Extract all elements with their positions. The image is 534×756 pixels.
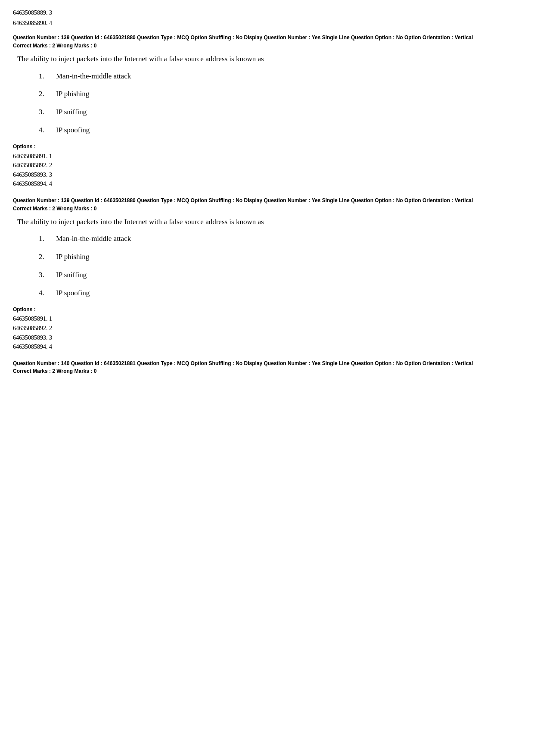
option-text-2-4: IP spoofing bbox=[56, 288, 90, 298]
option-item-2-2: 2. IP phishing bbox=[39, 252, 521, 262]
option-id-1-4: 64635085894. 4 bbox=[13, 180, 521, 188]
option-num-1-4: 4. bbox=[39, 125, 56, 135]
option-text-2-3: IP sniffing bbox=[56, 270, 87, 280]
option-text-2-1: Man-in-the-middle attack bbox=[56, 234, 131, 244]
option-item-2-3: 3. IP sniffing bbox=[39, 270, 521, 280]
option-id-2-4: 64635085894. 4 bbox=[13, 343, 521, 351]
option-num-2-1: 1. bbox=[39, 234, 56, 244]
option-text-2-2: IP phishing bbox=[56, 252, 89, 262]
pre-id-2: 64635085890. 4 bbox=[13, 19, 521, 28]
options-list-2: 1. Man-in-the-middle attack 2. IP phishi… bbox=[39, 234, 521, 298]
option-num-1-2: 2. bbox=[39, 89, 56, 99]
marks-line-1: Correct Marks : 2 Wrong Marks : 0 bbox=[13, 42, 521, 50]
option-item-1-2: 2. IP phishing bbox=[39, 89, 521, 99]
option-item-1-1: 1. Man-in-the-middle attack bbox=[39, 71, 521, 81]
option-text-1-3: IP sniffing bbox=[56, 107, 87, 117]
option-id-2-2: 64635085892. 2 bbox=[13, 324, 521, 333]
option-num-2-2: 2. bbox=[39, 252, 56, 262]
question-meta-1: Question Number : 139 Question Id : 6463… bbox=[13, 34, 521, 41]
option-item-2-1: 1. Man-in-the-middle attack bbox=[39, 234, 521, 244]
question-block-1: Question Number : 139 Question Id : 6463… bbox=[13, 34, 521, 188]
question-text-2: The ability to inject packets into the I… bbox=[17, 217, 521, 227]
question-block-2: Question Number : 139 Question Id : 6463… bbox=[13, 197, 521, 351]
options-list-1: 1. Man-in-the-middle attack 2. IP phishi… bbox=[39, 71, 521, 135]
question-meta-3: Question Number : 140 Question Id : 6463… bbox=[13, 360, 521, 367]
marks-line-2: Correct Marks : 2 Wrong Marks : 0 bbox=[13, 205, 521, 212]
option-text-1-1: Man-in-the-middle attack bbox=[56, 71, 131, 81]
options-label-2: Options : bbox=[13, 306, 521, 313]
option-id-1-2: 64635085892. 2 bbox=[13, 161, 521, 170]
option-num-1-1: 1. bbox=[39, 71, 56, 81]
option-id-2-3: 64635085893. 3 bbox=[13, 334, 521, 342]
pre-id-1: 64635085889. 3 bbox=[13, 9, 521, 17]
options-label-1: Options : bbox=[13, 143, 521, 150]
option-id-1-1: 64635085891. 1 bbox=[13, 152, 521, 161]
marks-line-3: Correct Marks : 2 Wrong Marks : 0 bbox=[13, 368, 521, 375]
option-num-1-3: 3. bbox=[39, 107, 56, 117]
option-text-1-4: IP spoofing bbox=[56, 125, 90, 135]
option-item-2-4: 4. IP spoofing bbox=[39, 288, 521, 298]
option-id-2-1: 64635085891. 1 bbox=[13, 315, 521, 323]
option-num-2-4: 4. bbox=[39, 288, 56, 298]
question-block-3: Question Number : 140 Question Id : 6463… bbox=[13, 360, 521, 375]
question-meta-2: Question Number : 139 Question Id : 6463… bbox=[13, 197, 521, 204]
question-text-1: The ability to inject packets into the I… bbox=[17, 54, 521, 64]
option-num-2-3: 3. bbox=[39, 270, 56, 280]
option-id-1-3: 64635085893. 3 bbox=[13, 171, 521, 179]
option-item-1-4: 4. IP spoofing bbox=[39, 125, 521, 135]
option-item-1-3: 3. IP sniffing bbox=[39, 107, 521, 117]
option-text-1-2: IP phishing bbox=[56, 89, 89, 99]
